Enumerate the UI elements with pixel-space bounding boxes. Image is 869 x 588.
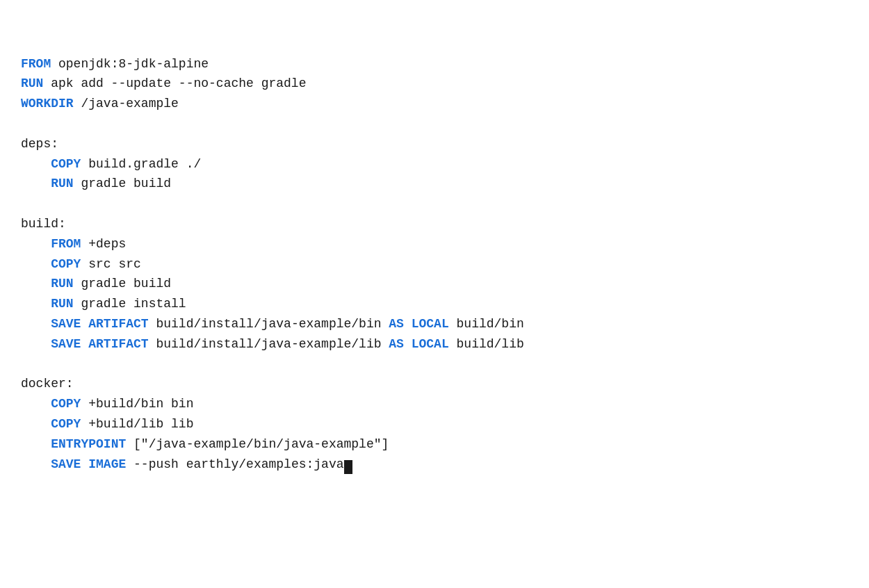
code-text: apk add --update --no-cache gradle [43, 76, 306, 90]
indent [21, 317, 51, 331]
keyword: AS LOCAL [389, 337, 448, 351]
code-text: build/lib [449, 337, 524, 351]
code-text: ["/java-example/bin/java-example"] [126, 437, 389, 451]
keyword: SAVE IMAGE [51, 457, 126, 471]
blank-line [21, 354, 848, 375]
code-text: gradle build [74, 277, 171, 291]
keyword: RUN [51, 297, 73, 311]
code-line: COPY src src [21, 254, 848, 275]
code-line: SAVE IMAGE --push earthly/examples:java [21, 455, 848, 475]
code-text: build: [21, 217, 66, 231]
code-line: RUN gradle build [21, 174, 848, 194]
keyword: SAVE ARTIFACT [51, 337, 148, 351]
indent [21, 297, 51, 311]
code-text: +deps [81, 237, 126, 251]
code-line: FROM openjdk:8-jdk-alpine [21, 54, 848, 74]
code-line: SAVE ARTIFACT build/install/java-example… [21, 314, 848, 334]
keyword: RUN [51, 177, 73, 190]
code-text: src src [81, 257, 140, 271]
indent [21, 157, 51, 171]
code-text: --push earthly/examples:java [126, 457, 343, 471]
code-line: RUN gradle install [21, 294, 848, 314]
indent [21, 397, 51, 411]
code-text: deps: [21, 137, 58, 151]
keyword: COPY [51, 417, 81, 431]
code-text: build/install/java-example/lib [149, 337, 389, 351]
keyword: FROM [21, 57, 51, 71]
code-block: FROM openjdk:8-jdk-alpineRUN apk add --u… [21, 14, 848, 474]
indent [21, 457, 51, 471]
code-text: +build/lib lib [81, 417, 193, 431]
keyword: WORKDIR [21, 97, 74, 111]
code-line: ENTRYPOINT ["/java-example/bin/java-exam… [21, 434, 848, 455]
code-text: gradle build [74, 177, 171, 190]
keyword: COPY [51, 397, 81, 411]
code-text: openjdk:8-jdk-alpine [51, 57, 209, 71]
cursor [344, 460, 352, 474]
code-text: docker: [21, 377, 74, 391]
keyword: COPY [51, 257, 81, 271]
indent [21, 237, 51, 251]
code-line: COPY build.gradle ./ [21, 154, 848, 174]
code-text: +build/bin bin [81, 397, 193, 411]
code-text: build/install/java-example/bin [149, 317, 389, 331]
code-line: WORKDIR /java-example [21, 94, 848, 114]
keyword: RUN [21, 76, 43, 90]
code-line: RUN gradle build [21, 274, 848, 294]
code-line: deps: [21, 134, 848, 154]
indent [21, 257, 51, 271]
indent [21, 437, 51, 451]
keyword: AS LOCAL [389, 317, 448, 331]
code-line: SAVE ARTIFACT build/install/java-example… [21, 334, 848, 354]
keyword: SAVE ARTIFACT [51, 317, 148, 331]
code-line: build: [21, 214, 848, 234]
code-line: COPY +build/lib lib [21, 414, 848, 434]
code-text: gradle install [74, 297, 186, 311]
keyword: RUN [51, 277, 73, 291]
blank-line [21, 194, 848, 214]
indent [21, 417, 51, 431]
code-text: /java-example [74, 97, 179, 111]
code-line: FROM +deps [21, 234, 848, 254]
code-text: build.gradle ./ [81, 157, 201, 171]
blank-line [21, 114, 848, 134]
code-text: build/bin [449, 317, 524, 331]
indent [21, 177, 51, 190]
code-line: COPY +build/bin bin [21, 394, 848, 414]
keyword: FROM [51, 237, 81, 251]
keyword: ENTRYPOINT [51, 437, 126, 451]
indent [21, 277, 51, 291]
indent [21, 337, 51, 351]
keyword: COPY [51, 157, 81, 171]
code-line: docker: [21, 374, 848, 394]
code-line: RUN apk add --update --no-cache gradle [21, 74, 848, 94]
